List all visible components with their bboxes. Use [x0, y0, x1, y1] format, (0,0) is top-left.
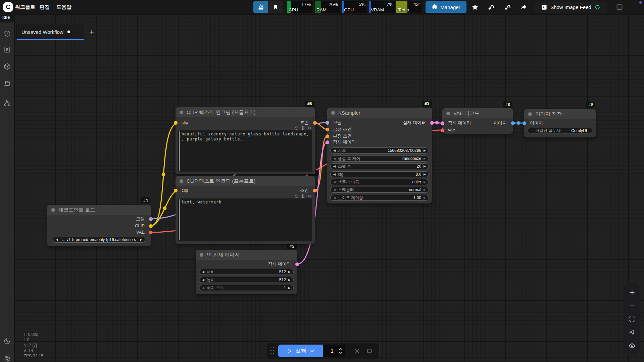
menu-workflow[interactable]: 워크플로 — [15, 0, 35, 14]
speaker-icon[interactable] — [307, 194, 311, 198]
port-positive-input[interactable] — [326, 128, 329, 131]
negative-prompt-textarea[interactable]: text, watermark — [178, 198, 312, 241]
bookmark-button[interactable] — [268, 1, 283, 13]
sidebar-item-node-library[interactable] — [0, 44, 14, 55]
port-conditioning-output[interactable] — [313, 121, 317, 125]
port-latent-output[interactable] — [295, 262, 299, 266]
next-arrow-icon[interactable]: ▶ — [140, 237, 142, 243]
filename-prefix-widget[interactable]: 파일명 접두사 ComfyUI — [528, 128, 592, 133]
port-latent-input[interactable] — [441, 121, 444, 125]
port-image-output[interactable] — [511, 121, 515, 125]
node-vae-decode[interactable]: VAE 디코드 잠재 데이터 vae 이미지 — [442, 108, 513, 134]
next-arrow-icon[interactable]: ▶ — [288, 285, 291, 291]
next-arrow-icon[interactable]: ▶ — [288, 269, 291, 275]
prev-arrow-icon[interactable]: ◀ — [333, 195, 336, 201]
denoise-widget[interactable]: ◀노이즈 제거양 1.00▶ — [330, 195, 429, 201]
textarea-scrollbar[interactable] — [179, 131, 180, 171]
prev-arrow-icon[interactable]: ◀ — [202, 285, 204, 291]
menu-edit[interactable]: 편집 — [40, 0, 50, 14]
toolbar-drag-handle[interactable] — [270, 347, 275, 355]
bottom-panel-button[interactable] — [615, 3, 624, 11]
collapse-dot[interactable] — [200, 253, 203, 257]
zoom-in-button[interactable] — [627, 288, 637, 298]
positive-prompt-textarea[interactable]: beautiful scenery nature glass bottle la… — [178, 130, 312, 172]
port-model-output[interactable] — [149, 217, 153, 221]
hamburger-menu-button[interactable] — [631, 3, 639, 11]
circle-icon[interactable] — [295, 126, 298, 130]
monitor-toggle-button[interactable] — [253, 1, 268, 13]
star-button[interactable] — [471, 3, 479, 11]
batch-size-widget[interactable]: ◀배치 크기 1▶ — [199, 285, 294, 291]
width-widget[interactable]: ◀너비 512▶ — [199, 269, 294, 275]
node-header[interactable]: CLIP 텍스트 인코딩 (프롬프트) — [176, 107, 315, 117]
prev-arrow-icon[interactable]: ◀ — [333, 156, 336, 162]
gear-icon[interactable] — [301, 194, 305, 198]
node-header[interactable]: 이미지 저장 — [524, 109, 596, 119]
manager-button[interactable]: Manager — [426, 1, 466, 13]
port-image-input[interactable] — [523, 121, 526, 125]
node-load-checkpoint[interactable]: 체크포인트 로드 모델 CLIP VAE ◀ ... v1-5-pruned-e… — [47, 205, 151, 246]
run-button[interactable]: 실행 — [278, 345, 323, 357]
next-arrow-icon[interactable]: ▶ — [424, 147, 426, 154]
collapse-dot[interactable] — [180, 179, 183, 183]
next-arrow-icon[interactable]: ▶ — [424, 179, 426, 185]
collapse-dot[interactable] — [331, 111, 335, 115]
sidebar-item-model-library[interactable] — [0, 61, 14, 72]
prev-arrow-icon[interactable]: ◀ — [56, 237, 58, 243]
node-ksampler[interactable]: KSampler 모델 긍정 조건 부정 조건 잠재 데이터 잠재 데이터 ◀시… — [327, 108, 432, 203]
new-tab-button[interactable]: + — [87, 28, 96, 37]
node-clip-text-encode-negative[interactable]: CLIP 텍스트 인코딩 (프롬프트) clip 조건 text, waterm… — [176, 176, 315, 244]
node-header[interactable]: KSampler — [327, 108, 432, 118]
port-clip-input[interactable] — [174, 189, 178, 192]
node-header[interactable]: VAE 디코드 — [442, 108, 513, 118]
port-negative-input[interactable] — [326, 134, 329, 138]
next-arrow-icon[interactable]: ▶ — [424, 195, 426, 201]
port-vae-output[interactable] — [149, 231, 153, 234]
control-after-generate-widget[interactable]: ◀생성 후 제어 randomize▶ — [330, 156, 429, 162]
next-arrow-icon[interactable]: ▶ — [424, 171, 426, 177]
select-mode-button[interactable] — [627, 327, 637, 338]
collapse-dot[interactable] — [51, 208, 55, 212]
temp-monitor[interactable]: Temp 43° — [396, 1, 422, 13]
settings-button[interactable] — [0, 353, 14, 362]
next-arrow-icon[interactable]: ▶ — [424, 163, 426, 169]
step-up-icon[interactable] — [339, 348, 343, 350]
step-down-icon[interactable] — [339, 352, 343, 354]
port-clip-output[interactable] — [149, 224, 153, 228]
toggle-link-visibility-button[interactable] — [627, 341, 637, 351]
port-latent-output[interactable] — [430, 121, 434, 125]
collapse-dot[interactable] — [528, 112, 532, 116]
theme-toggle[interactable] — [0, 335, 14, 347]
share-button[interactable] — [519, 3, 528, 11]
sidebar-item-workflows[interactable] — [0, 77, 14, 89]
prev-arrow-icon[interactable]: ◀ — [333, 179, 336, 185]
scheduler-widget[interactable]: ◀스케줄러 normal▶ — [330, 187, 429, 193]
node-header[interactable]: 빈 잠재 이미지 — [196, 250, 297, 260]
cpu-monitor[interactable]: CPU 17% — [287, 1, 312, 13]
prev-arrow-icon[interactable]: ◀ — [333, 163, 336, 169]
circle-icon[interactable] — [295, 194, 298, 198]
prev-arrow-icon[interactable]: ◀ — [333, 171, 336, 177]
gear-icon[interactable] — [301, 126, 305, 130]
chevron-down-icon[interactable] — [310, 349, 315, 354]
sampler-name-widget[interactable]: ◀샘플러 이름 euler▶ — [330, 179, 429, 185]
prev-arrow-icon[interactable]: ◀ — [202, 269, 204, 275]
comfyui-logo[interactable]: C — [3, 2, 13, 12]
next-arrow-icon[interactable]: ▶ — [424, 187, 426, 193]
zoom-out-button[interactable] — [627, 301, 637, 311]
vram-monitor[interactable]: VRAM 7% — [369, 1, 395, 13]
clear-queue-button[interactable] — [350, 348, 363, 354]
hook-button-1[interactable] — [487, 3, 495, 11]
collapse-dot[interactable] — [180, 111, 183, 114]
port-conditioning-output[interactable] — [313, 189, 317, 192]
prev-arrow-icon[interactable]: ◀ — [333, 147, 336, 154]
steps-widget[interactable]: ◀스텝 수 20▶ — [330, 163, 429, 169]
fit-view-button[interactable] — [627, 314, 637, 324]
prev-arrow-icon[interactable]: ◀ — [333, 187, 336, 193]
node-empty-latent-image[interactable]: 빈 잠재 이미지 잠재 데이터 ◀너비 512▶ ◀높이 512▶ ◀배치 크기… — [196, 250, 297, 294]
node-clip-text-encode-positive[interactable]: CLIP 텍스트 인코딩 (프롬프트) clip 조건 beautiful sc… — [176, 107, 315, 174]
cfg-widget[interactable]: ◀cfg 8.0▶ — [330, 171, 429, 177]
port-model-input[interactable] — [326, 121, 329, 125]
sidebar-item-queue-history[interactable] — [0, 28, 14, 39]
ram-monitor[interactable]: RAM 26% — [315, 1, 340, 13]
